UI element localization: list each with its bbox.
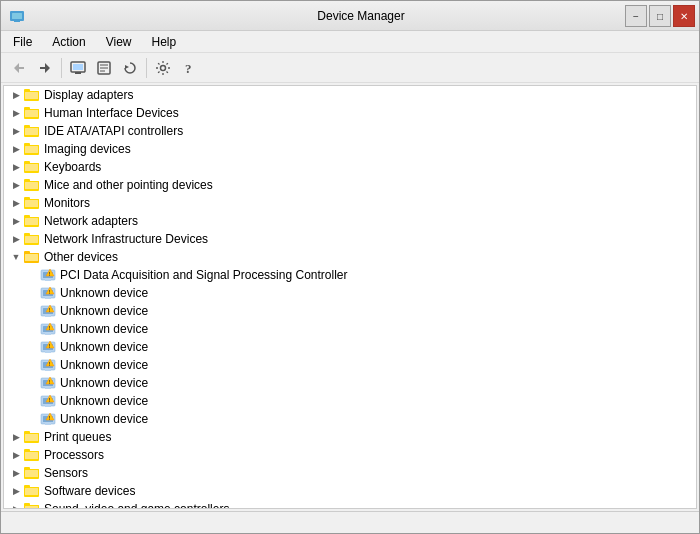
tree-item[interactable]: ▶ Human Interface Devices	[4, 104, 696, 122]
folder-icon	[24, 159, 40, 175]
svg-rect-1	[12, 13, 22, 19]
svg-rect-34	[25, 164, 38, 171]
tree-item-label: Unknown device	[60, 376, 148, 390]
svg-rect-26	[25, 128, 38, 135]
tree-item[interactable]: ! Unknown device	[4, 392, 696, 410]
tree-item-label: Monitors	[44, 196, 90, 210]
device-warning-icon: !	[40, 303, 56, 319]
menu-file[interactable]: File	[5, 33, 40, 51]
forward-button[interactable]	[33, 56, 57, 80]
refresh-button[interactable]	[118, 56, 142, 80]
tree-item[interactable]: ▶ Print queues	[4, 428, 696, 446]
expand-toggle[interactable]: ▶	[8, 159, 24, 175]
svg-rect-7	[75, 72, 81, 74]
menu-view[interactable]: View	[98, 33, 140, 51]
svg-rect-82	[45, 369, 51, 371]
device-warning-icon: !	[40, 357, 56, 373]
status-text	[5, 512, 695, 533]
svg-rect-18	[25, 92, 38, 99]
device-warning-icon: !	[40, 267, 56, 283]
svg-marker-3	[14, 63, 24, 73]
tree-item[interactable]: ▼ Other devices	[4, 248, 696, 266]
svg-text:?: ?	[185, 61, 192, 76]
expand-toggle[interactable]: ▶	[8, 141, 24, 157]
tree-item[interactable]: ! Unknown device	[4, 410, 696, 428]
svg-point-13	[161, 65, 166, 70]
menu-action[interactable]: Action	[44, 33, 93, 51]
folder-icon	[24, 87, 40, 103]
tree-item[interactable]: ▶ Software devices	[4, 482, 696, 500]
menu-help[interactable]: Help	[144, 33, 185, 51]
tree-item-label: IDE ATA/ATAPI controllers	[44, 124, 183, 138]
svg-rect-46	[25, 218, 38, 225]
toolbar-separator-1	[61, 58, 62, 78]
tree-item[interactable]: ▶ Mice and other pointing devices	[4, 176, 696, 194]
window-title: Device Manager	[31, 9, 691, 23]
expand-toggle[interactable]: ▼	[8, 249, 24, 265]
tree-item[interactable]: ▶ Monitors	[4, 194, 696, 212]
expand-toggle[interactable]: ▶	[8, 483, 24, 499]
tree-item[interactable]: ! Unknown device	[4, 356, 696, 374]
expand-toggle[interactable]: ▶	[8, 429, 24, 445]
folder-icon	[24, 213, 40, 229]
window-controls: − □ ✕	[625, 5, 695, 27]
tree-item[interactable]: ▶ Sound, video and game controllers	[4, 500, 696, 509]
expand-toggle[interactable]: ▶	[8, 195, 24, 211]
tree-item[interactable]: ▶ IDE ATA/ATAPI controllers	[4, 122, 696, 140]
title-bar: Device Manager − □ ✕	[1, 1, 699, 31]
expand-toggle[interactable]: ▶	[8, 501, 24, 509]
tree-item-label: Mice and other pointing devices	[44, 178, 213, 192]
device-warning-icon: !	[40, 375, 56, 391]
content-area: ▶ Display adapters▶ Human Interface Devi…	[1, 83, 699, 511]
tree-item[interactable]: ▶ Imaging devices	[4, 140, 696, 158]
svg-rect-87	[45, 387, 51, 389]
minimize-button[interactable]: −	[625, 5, 647, 27]
tree-item-label: Network Infrastructure Devices	[44, 232, 208, 246]
tree-item-label: PCI Data Acquisition and Signal Processi…	[60, 268, 347, 282]
properties-button[interactable]	[92, 56, 116, 80]
expand-toggle[interactable]: ▶	[8, 123, 24, 139]
tree-item[interactable]: ▶ Processors	[4, 446, 696, 464]
tree-item[interactable]: ! Unknown device	[4, 374, 696, 392]
expand-toggle[interactable]: ▶	[8, 447, 24, 463]
svg-rect-77	[45, 351, 51, 353]
tree-item[interactable]: ▶ Sensors	[4, 464, 696, 482]
device-warning-icon: !	[40, 339, 56, 355]
device-tree[interactable]: ▶ Display adapters▶ Human Interface Devi…	[3, 85, 697, 509]
svg-rect-50	[25, 236, 38, 243]
folder-icon	[24, 195, 40, 211]
svg-rect-107	[25, 452, 38, 459]
back-button[interactable]	[7, 56, 31, 80]
expand-toggle[interactable]: ▶	[8, 231, 24, 247]
expand-toggle[interactable]: ▶	[8, 87, 24, 103]
tree-item[interactable]: ! Unknown device	[4, 338, 696, 356]
computer-button[interactable]	[66, 56, 90, 80]
maximize-button[interactable]: □	[649, 5, 671, 27]
settings-button[interactable]	[151, 56, 175, 80]
help-button[interactable]: ?	[177, 56, 201, 80]
svg-marker-4	[40, 63, 50, 73]
tree-item[interactable]: ▶ Network Infrastructure Devices	[4, 230, 696, 248]
svg-rect-57	[45, 279, 51, 281]
tree-item-label: Processors	[44, 448, 104, 462]
close-button[interactable]: ✕	[673, 5, 695, 27]
tree-item-label: Sensors	[44, 466, 88, 480]
expand-toggle[interactable]: ▶	[8, 213, 24, 229]
tree-item[interactable]: ! Unknown device	[4, 320, 696, 338]
tree-item-label: Print queues	[44, 430, 111, 444]
expand-toggle[interactable]: ▶	[8, 465, 24, 481]
tree-item[interactable]: ▶ Keyboards	[4, 158, 696, 176]
window-icon	[9, 8, 25, 24]
tree-item[interactable]: ! PCI Data Acquisition and Signal Proces…	[4, 266, 696, 284]
folder-icon	[24, 141, 40, 157]
svg-rect-62	[45, 297, 51, 299]
tree-item[interactable]: ▶ Network adapters	[4, 212, 696, 230]
tree-item-label: Software devices	[44, 484, 135, 498]
expand-toggle[interactable]: ▶	[8, 177, 24, 193]
tree-item[interactable]: ! Unknown device	[4, 302, 696, 320]
expand-toggle[interactable]: ▶	[8, 105, 24, 121]
tree-item[interactable]: ! Unknown device	[4, 284, 696, 302]
tree-item[interactable]: ▶ Display adapters	[4, 86, 696, 104]
tree-item-label: Unknown device	[60, 286, 148, 300]
tree-item-label: Unknown device	[60, 340, 148, 354]
